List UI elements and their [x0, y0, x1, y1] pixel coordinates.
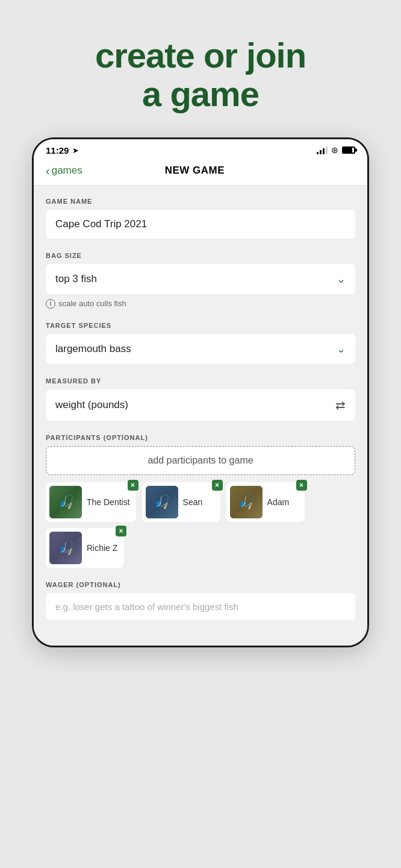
participant-avatar	[49, 532, 82, 564]
nav-bar: ‹ games NEW GAME	[34, 159, 367, 186]
form-content: GAME NAME Cape Cod Trip 2021 BAG SIZE to…	[34, 186, 367, 646]
back-label: games	[52, 165, 82, 177]
wager-label: WAGER (optional)	[46, 581, 355, 588]
remove-participant-button[interactable]: ×	[212, 480, 223, 491]
participants-label: PARTICIPANTS (optional)	[46, 434, 355, 441]
location-icon: ➤	[72, 146, 79, 155]
remove-participant-button[interactable]: ×	[296, 480, 307, 491]
swap-icon[interactable]: ⇄	[326, 389, 355, 421]
participant-photo	[49, 532, 82, 564]
participant-photo	[230, 486, 263, 518]
bag-size-hint: i scale auto culls fish	[46, 299, 355, 309]
bag-size-label: BAG SIZE	[46, 252, 355, 259]
chevron-left-icon: ‹	[46, 164, 50, 178]
participant-name: Richie Z	[87, 543, 117, 553]
hero-section: create or join a game	[0, 0, 401, 137]
game-name-section: GAME NAME Cape Cod Trip 2021	[46, 198, 355, 239]
wager-section: WAGER (optional) e.g. loser gets a tatto…	[46, 581, 355, 620]
signal-icon	[317, 146, 328, 154]
target-species-label: TARGET SPECIES	[46, 322, 355, 329]
status-time: 11:29	[46, 145, 69, 156]
target-species-value: largemouth bass	[46, 335, 327, 363]
bag-size-section: BAG SIZE top 3 fish ⌄ i scale auto culls…	[46, 252, 355, 309]
participant-name: Sean	[183, 497, 203, 507]
participant-photo	[49, 486, 82, 518]
remove-participant-button[interactable]: ×	[116, 526, 126, 536]
participant-avatar	[146, 486, 178, 518]
participant-card: Richie Z ×	[46, 528, 124, 568]
participant-card: Adam ×	[226, 482, 305, 522]
wager-input[interactable]: e.g. loser gets a tattoo of winner's big…	[46, 593, 355, 620]
game-name-input[interactable]: Cape Cod Trip 2021	[46, 210, 355, 239]
participants-section: PARTICIPANTS (optional) add participants…	[46, 434, 355, 568]
info-icon: i	[46, 299, 55, 309]
participants-grid: The Dentist × Sean × Adam	[46, 482, 355, 568]
remove-participant-button[interactable]: ×	[128, 480, 138, 491]
wifi-icon: ⊛	[331, 145, 338, 155]
chevron-down-icon: ⌄	[327, 334, 355, 364]
add-participants-button[interactable]: add participants to game	[46, 446, 355, 475]
game-name-label: GAME NAME	[46, 198, 355, 205]
back-button[interactable]: ‹ games	[46, 164, 82, 178]
participant-card: The Dentist ×	[46, 482, 136, 522]
measured-by-label: MEASURED BY	[46, 377, 355, 385]
chevron-down-icon: ⌄	[327, 264, 355, 294]
participant-photo	[146, 486, 178, 518]
hero-title: create or join a game	[24, 36, 377, 113]
measured-by-selector[interactable]: weight (pounds) ⇄	[46, 389, 355, 421]
participant-card: Sean ×	[142, 482, 220, 522]
participant-avatar	[230, 486, 263, 518]
participant-name: The Dentist	[87, 497, 130, 507]
status-icons: ⊛	[317, 145, 355, 155]
phone-mockup: 11:29 ➤ ⊛ ‹ games NEW GAME GAME	[32, 137, 369, 647]
measured-by-section: MEASURED BY weight (pounds) ⇄	[46, 377, 355, 421]
nav-title: NEW GAME	[165, 165, 225, 177]
participant-avatar	[49, 486, 82, 518]
hint-text: scale auto culls fish	[58, 299, 126, 308]
measured-by-value: weight (pounds)	[46, 391, 326, 420]
battery-icon	[342, 146, 355, 154]
status-bar: 11:29 ➤ ⊛	[34, 139, 367, 159]
bag-size-value: top 3 fish	[46, 265, 327, 294]
bag-size-select[interactable]: top 3 fish ⌄	[46, 264, 355, 294]
target-species-select[interactable]: largemouth bass ⌄	[46, 334, 355, 364]
participant-name: Adam	[267, 497, 290, 507]
target-species-section: TARGET SPECIES largemouth bass ⌄	[46, 322, 355, 364]
